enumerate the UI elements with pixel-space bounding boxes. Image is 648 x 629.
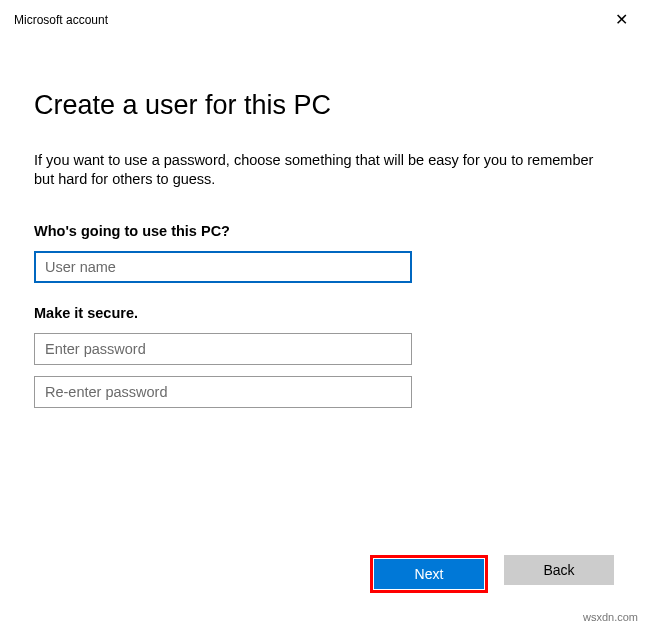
username-group: Who's going to use this PC? (34, 223, 614, 283)
titlebar: Microsoft account ✕ (0, 0, 648, 32)
next-button[interactable]: Next (374, 559, 484, 589)
watermark: wsxdn.com (583, 611, 638, 623)
window-title: Microsoft account (14, 13, 108, 27)
password-input[interactable] (34, 333, 412, 365)
back-button[interactable]: Back (504, 555, 614, 585)
username-input[interactable] (34, 251, 412, 283)
reenter-password-input[interactable] (34, 376, 412, 408)
next-button-highlight: Next (370, 555, 488, 593)
secure-label: Make it secure. (34, 305, 614, 321)
close-icon[interactable]: ✕ (609, 10, 634, 30)
page-description: If you want to use a password, choose so… (34, 151, 614, 189)
page-title: Create a user for this PC (34, 90, 614, 121)
password-group: Make it secure. (34, 305, 614, 408)
dialog-content: Create a user for this PC If you want to… (0, 32, 648, 408)
username-label: Who's going to use this PC? (34, 223, 614, 239)
dialog-footer: Next Back (370, 555, 614, 593)
